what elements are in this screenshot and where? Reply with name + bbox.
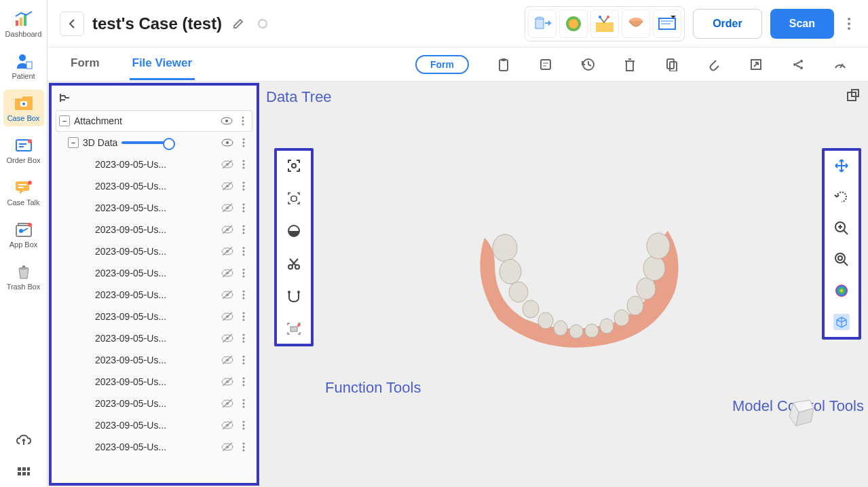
tree-list[interactable]: − Attachment − 3D Data 2023-09-05-Us...2… <box>52 110 257 483</box>
arch-icon[interactable] <box>286 288 302 304</box>
tree-item[interactable]: 2023-09-05-Us... <box>56 284 252 306</box>
orientation-cube[interactable] <box>781 395 819 433</box>
more-icon[interactable] <box>238 137 250 149</box>
attachment-icon[interactable] <box>706 57 721 72</box>
capture-icon[interactable] <box>286 321 302 337</box>
more-icon[interactable] <box>238 441 250 453</box>
zoom-in-icon[interactable] <box>833 220 850 236</box>
tree-item[interactable]: 2023-09-05-Us... <box>56 306 252 327</box>
app-basket-icon[interactable] <box>622 10 650 38</box>
tree-item[interactable]: 2023-09-05-Us... <box>56 175 252 197</box>
tree-item[interactable]: 2023-09-05-Us... <box>56 219 252 240</box>
shading-icon[interactable] <box>286 223 302 239</box>
visibility-off-icon[interactable] <box>221 245 233 257</box>
more-icon[interactable] <box>238 332 250 344</box>
visibility-off-icon[interactable] <box>221 223 233 236</box>
tab-form[interactable]: Form <box>68 48 102 80</box>
nav-casetalk[interactable]: Case Talk <box>3 174 44 211</box>
app-scissors-box-icon[interactable] <box>590 10 619 38</box>
cube-view-icon[interactable] <box>833 314 850 330</box>
form-pill[interactable]: Form <box>415 55 469 74</box>
grid-icon[interactable] <box>16 465 32 482</box>
visibility-off-icon[interactable] <box>221 354 233 366</box>
more-icon[interactable] <box>237 115 249 127</box>
cut-icon[interactable] <box>286 255 302 272</box>
nav-appbox[interactable]: App Box <box>3 216 44 253</box>
visibility-off-icon[interactable] <box>221 397 233 410</box>
tree-group-3ddata[interactable]: − 3D Data <box>56 132 252 154</box>
more-icon[interactable] <box>238 289 250 301</box>
more-icon[interactable] <box>238 223 250 236</box>
collapse-icon[interactable]: − <box>68 137 79 148</box>
dental-model-3d[interactable] <box>444 197 715 367</box>
collapse-icon[interactable]: − <box>59 115 70 126</box>
tree-item[interactable]: 2023-09-05-Us... <box>56 414 252 436</box>
app-monitor-icon[interactable] <box>653 10 681 38</box>
more-icon[interactable] <box>238 180 250 192</box>
more-icon[interactable] <box>238 397 250 410</box>
app-cylinder-icon[interactable] <box>528 10 556 38</box>
tree-item[interactable]: 2023-09-05-Us... <box>56 240 252 262</box>
visibility-off-icon[interactable] <box>221 332 233 344</box>
visibility-icon[interactable] <box>221 137 233 149</box>
popout-icon[interactable] <box>846 88 861 103</box>
more-icon[interactable] <box>238 267 250 279</box>
copy-icon[interactable] <box>664 57 679 72</box>
note-icon[interactable] <box>538 57 553 72</box>
more-icon[interactable] <box>238 354 250 366</box>
app-sphere-icon[interactable] <box>559 10 588 38</box>
nav-patient[interactable]: Patient <box>3 48 44 84</box>
history-icon[interactable] <box>580 57 595 72</box>
scan-button[interactable]: Scan <box>770 9 834 39</box>
nav-orderbox[interactable]: Order Box <box>3 132 44 168</box>
export-icon[interactable] <box>749 57 763 72</box>
more-icon[interactable] <box>238 310 250 323</box>
visibility-off-icon[interactable] <box>221 310 233 323</box>
more-icon[interactable] <box>238 202 250 214</box>
tree-item[interactable]: 2023-09-05-Us... <box>56 197 252 219</box>
tab-fileviewer[interactable]: File Viewer <box>130 48 195 80</box>
tree-item[interactable]: 2023-09-05-Us... <box>56 436 252 458</box>
tree-structure-icon[interactable] <box>58 92 71 104</box>
back-button[interactable] <box>60 12 84 36</box>
visibility-off-icon[interactable] <box>221 202 233 214</box>
tree-item[interactable]: 2023-09-05-Us... <box>56 327 252 349</box>
visibility-off-icon[interactable] <box>221 376 233 388</box>
focus-icon[interactable] <box>286 158 302 174</box>
opacity-slider[interactable] <box>121 141 173 144</box>
tree-item[interactable]: 2023-09-05-Us... <box>56 262 252 284</box>
more-icon[interactable] <box>238 158 250 170</box>
color-sphere-icon[interactable] <box>833 283 850 299</box>
more-icon[interactable] <box>238 245 250 257</box>
edit-icon[interactable] <box>230 16 246 32</box>
tree-item[interactable]: 2023-09-05-Us... <box>56 371 252 393</box>
visibility-off-icon[interactable] <box>221 419 233 431</box>
viewer-area[interactable]: Data Tree Function Tools <box>261 82 868 487</box>
rotate-icon[interactable] <box>833 189 850 205</box>
visibility-off-icon[interactable] <box>221 289 233 301</box>
gauge-icon[interactable] <box>833 57 848 72</box>
move-icon[interactable] <box>833 158 850 174</box>
more-icon[interactable] <box>238 419 250 431</box>
clipboard-icon[interactable] <box>496 57 511 72</box>
visibility-off-icon[interactable] <box>221 180 233 192</box>
more-icon[interactable] <box>238 376 250 388</box>
header-more-icon[interactable] <box>842 18 856 30</box>
visibility-off-icon[interactable] <box>221 441 233 453</box>
nav-dashboard[interactable]: Dashboard <box>3 5 44 42</box>
visibility-icon[interactable] <box>221 115 233 127</box>
cloud-sync-icon[interactable] <box>16 433 32 449</box>
tree-item[interactable]: 2023-09-05-Us... <box>56 349 252 371</box>
share-icon[interactable] <box>791 57 806 72</box>
delete-icon[interactable] <box>622 57 637 72</box>
order-button[interactable]: Order <box>693 9 762 39</box>
visibility-off-icon[interactable] <box>221 267 233 279</box>
nav-casebox[interactable]: Case Box <box>3 90 44 126</box>
zoom-fit-icon[interactable] <box>833 251 850 268</box>
tree-item[interactable]: 2023-09-05-Us... <box>56 154 252 175</box>
tree-item[interactable]: 2023-09-05-Us... <box>56 393 252 414</box>
tree-root-attachment[interactable]: − Attachment <box>56 110 252 132</box>
visibility-off-icon[interactable] <box>221 158 233 170</box>
nav-trashbox[interactable]: Trash Box <box>3 258 44 295</box>
teeth-scan-icon[interactable] <box>286 190 302 206</box>
